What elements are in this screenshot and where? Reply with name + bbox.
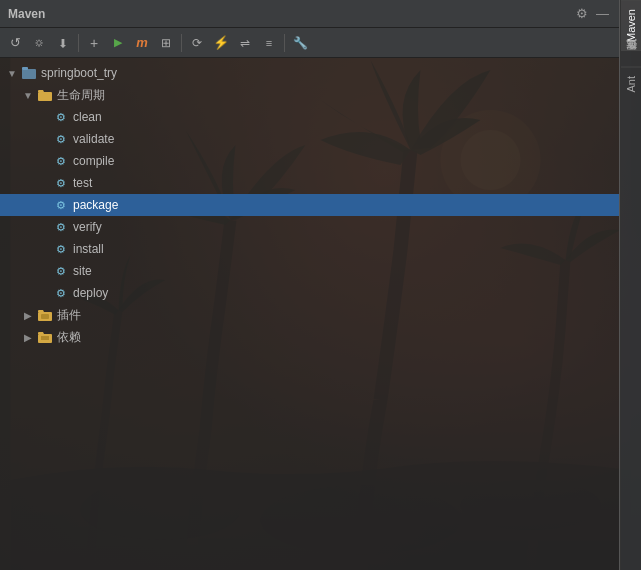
deploy-gear-icon: ⚙ bbox=[52, 284, 70, 302]
compile-label: compile bbox=[73, 154, 114, 168]
lifecycle-item-deploy[interactable]: ⚙ deploy bbox=[0, 282, 619, 304]
lifecycle-item-package[interactable]: ⚙ package bbox=[0, 194, 619, 216]
separator-2 bbox=[181, 34, 182, 52]
clean-gear-icon: ⚙ bbox=[52, 108, 70, 126]
settings-icon[interactable]: ⚙ bbox=[574, 4, 590, 23]
lifecycle-item-test[interactable]: ⚙ test bbox=[0, 172, 619, 194]
header-icons: ⚙ — bbox=[574, 4, 611, 23]
tree-root[interactable]: ▼ springboot_try bbox=[0, 62, 619, 84]
lifecycle-label: 生命周期 bbox=[57, 87, 105, 104]
plugins-folder[interactable]: ▶ 插件 bbox=[0, 304, 619, 326]
lifecycle-item-validate[interactable]: ⚙ validate bbox=[0, 128, 619, 150]
lifecycle-item-install[interactable]: ⚙ install bbox=[0, 238, 619, 260]
verify-label: verify bbox=[73, 220, 102, 234]
separator-3 bbox=[284, 34, 285, 52]
maven-button[interactable]: m bbox=[131, 32, 153, 54]
profiles-button[interactable]: ≡ bbox=[258, 32, 280, 54]
open-settings-button[interactable]: ⛭ bbox=[28, 32, 50, 54]
svg-rect-8 bbox=[38, 92, 52, 101]
test-label: test bbox=[73, 176, 92, 190]
svg-rect-7 bbox=[22, 67, 28, 70]
sidebar-tab-ant[interactable]: Ant bbox=[621, 67, 641, 101]
lifecycle-item-site[interactable]: ⚙ site bbox=[0, 260, 619, 282]
clean-label: clean bbox=[73, 110, 102, 124]
root-icon bbox=[20, 64, 38, 82]
svg-rect-6 bbox=[22, 69, 36, 79]
deploy-label: deploy bbox=[73, 286, 108, 300]
lifecycle-folder-icon bbox=[36, 86, 54, 104]
right-sidebar: Maven 数据库 Ant bbox=[620, 0, 641, 570]
sidebar-tab-database[interactable]: 数据库 bbox=[621, 50, 641, 67]
lifecycle-expand-arrow: ▼ bbox=[20, 90, 36, 101]
install-label: install bbox=[73, 242, 104, 256]
lifecycle-item-compile[interactable]: ⚙ compile bbox=[0, 150, 619, 172]
settings-button[interactable]: 🔧 bbox=[289, 32, 311, 54]
skip-tests-button[interactable]: ⊞ bbox=[155, 32, 177, 54]
svg-rect-10 bbox=[41, 314, 49, 319]
root-label: springboot_try bbox=[41, 66, 117, 80]
install-gear-icon: ⚙ bbox=[52, 240, 70, 258]
validate-gear-icon: ⚙ bbox=[52, 130, 70, 148]
test-gear-icon: ⚙ bbox=[52, 174, 70, 192]
refresh-button[interactable]: ↺ bbox=[4, 32, 26, 54]
minimize-icon[interactable]: — bbox=[594, 4, 611, 23]
generate-button[interactable]: ⟳ bbox=[186, 32, 208, 54]
panel-title: Maven bbox=[8, 7, 45, 21]
validate-label: validate bbox=[73, 132, 114, 146]
run-button[interactable]: ▶ bbox=[107, 32, 129, 54]
download-button[interactable]: ⬆ bbox=[52, 32, 74, 54]
dependencies-folder-icon bbox=[36, 328, 54, 346]
lifecycle-folder[interactable]: ▼ 生命周期 bbox=[0, 84, 619, 106]
maven-panel: Maven ⚙ — ↺ ⛭ ⬆ + ▶ m bbox=[0, 0, 620, 570]
verify-gear-icon: ⚙ bbox=[52, 218, 70, 236]
execute-goal-button[interactable]: ⚡ bbox=[210, 32, 232, 54]
lifecycle-item-verify[interactable]: ⚙ verify bbox=[0, 216, 619, 238]
toolbar: ↺ ⛭ ⬆ + ▶ m ⊞ ⟳ bbox=[0, 28, 619, 58]
package-label: package bbox=[73, 198, 118, 212]
compile-gear-icon: ⚙ bbox=[52, 152, 70, 170]
plugins-folder-icon bbox=[36, 306, 54, 324]
tree-area[interactable]: ▼ springboot_try ▼ 生命周 bbox=[0, 58, 619, 570]
lifecycle-item-clean[interactable]: ⚙ clean bbox=[0, 106, 619, 128]
root-expand-arrow: ▼ bbox=[4, 68, 20, 79]
add-button[interactable]: + bbox=[83, 32, 105, 54]
site-label: site bbox=[73, 264, 92, 278]
site-gear-icon: ⚙ bbox=[52, 262, 70, 280]
plugins-expand-arrow: ▶ bbox=[20, 310, 36, 321]
sidebar-tab-maven[interactable]: Maven bbox=[621, 0, 641, 50]
separator-1 bbox=[78, 34, 79, 52]
dependencies-expand-arrow: ▶ bbox=[20, 332, 36, 343]
panel-header: Maven ⚙ — bbox=[0, 0, 619, 28]
phases-button[interactable]: ⇌ bbox=[234, 32, 256, 54]
dependencies-folder[interactable]: ▶ 依赖 bbox=[0, 326, 619, 348]
plugins-label: 插件 bbox=[57, 307, 81, 324]
package-gear-icon: ⚙ bbox=[52, 196, 70, 214]
dependencies-label: 依赖 bbox=[57, 329, 81, 346]
